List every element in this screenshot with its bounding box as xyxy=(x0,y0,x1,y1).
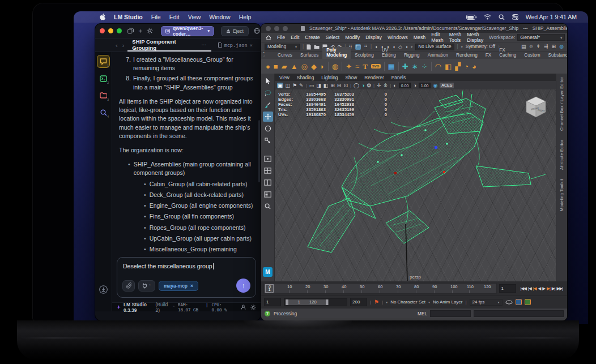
select-by-component-icon[interactable]: ⠛ xyxy=(364,44,368,50)
wifi-icon[interactable] xyxy=(484,14,491,20)
close-window-button[interactable] xyxy=(100,28,105,33)
panel-menu-show[interactable]: Show xyxy=(345,75,357,80)
menubar-item-view[interactable]: View xyxy=(188,14,201,20)
open-scene-icon[interactable] xyxy=(314,45,320,49)
axis-snap-icon[interactable]: ✚ xyxy=(402,63,408,70)
shelf-tab-rigging[interactable]: Rigging xyxy=(400,52,424,59)
rail-developer-button[interactable]: 2 xyxy=(97,72,109,84)
plugins-button[interactable]: ⌃ xyxy=(138,280,155,292)
camera-lock-icon[interactable]: ◫ xyxy=(286,83,291,88)
camera-attrs-icon[interactable]: ✎ xyxy=(299,83,304,88)
spotlight-search-icon[interactable] xyxy=(499,14,505,20)
super-shape-icon[interactable]: ✦ xyxy=(346,63,352,70)
animation-end-field[interactable]: 200 xyxy=(350,298,367,306)
user-icon[interactable] xyxy=(241,305,246,310)
menu-windows[interactable]: Windows xyxy=(388,35,408,40)
menu-edit[interactable]: Edit xyxy=(291,35,299,40)
perspective-viewport[interactable]: View Shading Lighting Show Renderer Pane… xyxy=(275,74,556,281)
chat-transcript[interactable]: 7. I created a "Miscellaneous_Group" for… xyxy=(112,52,261,252)
play-forwards-button[interactable]: ▶ xyxy=(542,286,545,291)
rail-chat-button[interactable]: 1 xyxy=(97,55,109,67)
tab-modeling-toolkit[interactable]: Modeling Toolkit xyxy=(559,179,564,211)
chat-scrollbar[interactable] xyxy=(258,120,260,182)
shelf-tab-rendering[interactable]: Rendering xyxy=(452,52,482,59)
eject-model-button[interactable]: Eject xyxy=(221,26,249,36)
color-management-icon[interactable]: ◉ xyxy=(433,83,437,88)
current-frame-field[interactable]: 1 xyxy=(499,284,516,293)
menu-select[interactable]: Select xyxy=(326,35,339,40)
bookmark-view-icon[interactable]: ⚑ xyxy=(292,83,297,88)
camera-select-icon[interactable]: ▣ xyxy=(277,83,283,88)
no-live-surface-field[interactable]: No Live Surface xyxy=(415,44,454,50)
new-scene-icon[interactable] xyxy=(306,44,311,50)
anim-prefs-button[interactable] xyxy=(525,299,531,305)
shadows-icon[interactable]: ⊟ xyxy=(337,83,342,88)
chat-input[interactable]: Deselect the miscellaneous group xyxy=(123,263,250,269)
shelf-tab-poly-modeling[interactable]: Poly Modeling xyxy=(322,47,351,59)
character-set-selector[interactable]: No Character Set xyxy=(390,299,425,305)
range-end-handle[interactable] xyxy=(326,299,328,305)
shaded-mode-icon[interactable]: ◨ xyxy=(316,83,321,88)
apple-menu-icon[interactable] xyxy=(100,14,105,20)
shelf-tab-fx[interactable]: FX xyxy=(482,52,495,59)
send-message-button[interactable]: ↑ xyxy=(236,279,250,293)
paint-select-tool[interactable] xyxy=(263,100,273,110)
select-tool[interactable] xyxy=(263,76,273,86)
poly-plane-icon[interactable]: ◆ xyxy=(311,63,317,70)
menu-edit-mesh[interactable]: Edit Mesh xyxy=(431,32,444,43)
discover-globe-icon[interactable] xyxy=(252,26,261,36)
poly-torus-icon[interactable]: ◎ xyxy=(301,63,308,70)
menu-create[interactable]: Create xyxy=(305,35,320,40)
tab-attribute-editor[interactable]: Attribute Editor xyxy=(559,140,564,170)
auto-keyframe-toggle[interactable] xyxy=(516,299,522,305)
range-slider[interactable]: 1 120 xyxy=(284,298,347,306)
settings-gear-icon[interactable] xyxy=(250,305,256,310)
zoom-tool[interactable] xyxy=(263,201,273,211)
snap-point-icon[interactable]: ∗ xyxy=(412,63,418,70)
model-selector[interactable]: M qwen/qwen3-coder… ▾ xyxy=(161,26,214,36)
mirror-icon[interactable]: ◧ xyxy=(445,63,452,70)
gamma-icon[interactable]: ◑ xyxy=(413,83,416,88)
menu-display[interactable]: Display xyxy=(365,35,382,40)
svg-tool-icon[interactable]: SVG xyxy=(371,64,381,68)
mcp-badge-close-icon[interactable]: × xyxy=(190,283,193,289)
poly-cube-icon[interactable]: ■ xyxy=(274,63,278,70)
close-window-button[interactable] xyxy=(266,26,271,31)
mel-input-field[interactable] xyxy=(430,310,471,317)
nav-forward-button[interactable]: › xyxy=(121,42,126,49)
move-tool[interactable] xyxy=(263,112,273,122)
tab-channel-box[interactable]: Channel Box / Layer Editor xyxy=(559,77,564,131)
menu-mesh-display[interactable]: Mesh Display xyxy=(467,32,483,43)
step-back-frame-button[interactable]: |◀ xyxy=(528,286,531,291)
go-to-start-button[interactable]: |◀◀ xyxy=(521,286,526,291)
animation-start-field[interactable]: 1 xyxy=(264,298,281,306)
gamma-field[interactable]: 1.00 xyxy=(419,83,431,88)
booleans-icon[interactable]: ◔ xyxy=(464,63,469,70)
shelf-tab-uv-editing[interactable]: UV Editing xyxy=(378,47,400,59)
distance-tool-icon[interactable]: ↟ xyxy=(537,44,541,50)
battery-icon[interactable] xyxy=(466,15,476,20)
panel-menu-panels[interactable]: Panels xyxy=(391,75,406,80)
attach-file-button[interactable] xyxy=(122,280,135,292)
panel-menu-view[interactable]: View xyxy=(279,75,290,80)
menu-file[interactable]: File xyxy=(277,35,285,40)
viewcube[interactable]: FRONT RIGHT xyxy=(523,95,549,119)
shelf-tab-substance[interactable]: Substance xyxy=(544,52,567,59)
mcp-server-badge[interactable]: maya-mcp × xyxy=(159,281,198,291)
shelf-tab-sculpting[interactable]: Sculpting xyxy=(351,52,378,59)
poly-cone-icon[interactable]: ▲ xyxy=(291,63,298,70)
bookmark-icon[interactable]: ⚑ xyxy=(374,299,379,305)
tab-close-icon[interactable]: × xyxy=(250,42,253,48)
poly-disc-icon[interactable]: ◗ xyxy=(320,63,325,70)
downloads-button[interactable] xyxy=(97,284,109,296)
lasso-tool[interactable] xyxy=(263,88,273,98)
joints-xray-icon[interactable]: ❂ xyxy=(367,83,372,88)
grid-table-icon[interactable]: ▦ xyxy=(388,63,395,70)
step-forward-key-button[interactable]: ▶| xyxy=(547,286,550,291)
viewport-canvas[interactable]: Verts:16854495163752030 Edges:3380366832… xyxy=(275,89,556,281)
panel-menu-lighting[interactable]: Lighting xyxy=(321,75,338,80)
layout-single-pane-button[interactable] xyxy=(263,153,273,164)
step-back-key-button[interactable]: |◀ xyxy=(533,286,537,291)
nav-back-button[interactable]: ‹ xyxy=(114,42,119,49)
layout-two-pane-button[interactable] xyxy=(263,177,273,187)
